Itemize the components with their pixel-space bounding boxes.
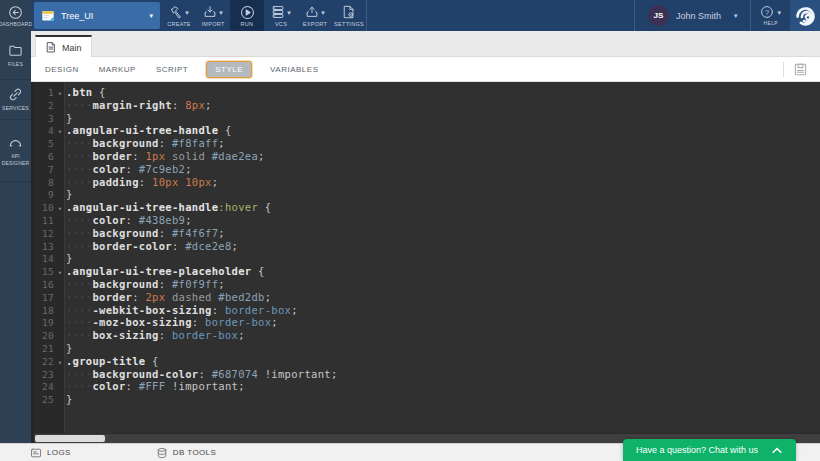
code-editor[interactable]: 1▾.btn {2····margin-right: 8px;3}4▾.angu…: [31, 82, 820, 443]
dashboard-label: DASHBOARD: [0, 21, 32, 27]
code-line[interactable]: 2····margin-right: 8px;: [34, 99, 820, 112]
code-text: ····-moz-box-sizing: border-box;: [66, 316, 278, 328]
code-text: ····color: #FFF !important;: [66, 380, 245, 392]
code-line[interactable]: 18····-webkit-box-sizing: border-box;: [34, 304, 820, 317]
code-line[interactable]: 17····border: 2px dashed #bed2db;: [34, 291, 820, 304]
subtab-variables[interactable]: VARIABLES: [268, 61, 320, 78]
run-icon: [240, 5, 255, 19]
chevron-down-icon: ▾: [219, 9, 223, 16]
menu-item-run[interactable]: RUN: [230, 0, 264, 31]
code-line[interactable]: 4▾.angular-ui-tree-handle {: [34, 124, 820, 137]
link-icon: [8, 87, 23, 102]
divider: [366, 0, 367, 31]
code-text: ····-webkit-box-sizing: border-box;: [66, 304, 298, 316]
chat-label: Have a question? Chat with us: [636, 445, 758, 455]
statusbar-item-db-tools[interactable]: DB TOOLS: [156, 447, 216, 459]
sidebar-item-label: FILES: [8, 61, 23, 68]
code-line[interactable]: 23····background-color: #687074 !importa…: [34, 368, 820, 381]
menu-item-export[interactable]: ▾EXPORT: [298, 0, 332, 31]
code-line[interactable]: 20····box-sizing: border-box;: [34, 329, 820, 342]
help-icon: ?: [760, 5, 774, 19]
subtab-script[interactable]: SCRIPT: [154, 61, 190, 78]
code-line[interactable]: 21}: [34, 342, 820, 355]
line-number: 11: [34, 215, 54, 228]
code-line[interactable]: 15▾.angular-ui-tree-placeholder {: [34, 265, 820, 278]
app-window-icon: [41, 9, 55, 23]
user-menu[interactable]: JS John Smith ▾: [635, 5, 751, 26]
export-icon: ▾: [305, 5, 325, 19]
code-line[interactable]: 9}: [34, 188, 820, 201]
chevron-down-icon: ▾: [777, 9, 781, 16]
code-line[interactable]: 16····background: #f0f9ff;: [34, 278, 820, 291]
navbar-right: JS John Smith ▾ ? ▾ HELP: [634, 0, 820, 31]
menu-item-label: CREATE: [167, 21, 191, 27]
top-navbar: DASHBOARD Tree_UI ▾ ▾CREATE▾IMPORTRUN▾VC…: [0, 0, 820, 31]
code-line[interactable]: 25}: [34, 393, 820, 406]
chat-button[interactable]: Have a question? Chat with us: [623, 439, 796, 461]
code-line[interactable]: 10▾.angular-ui-tree-handle:hover {: [34, 201, 820, 214]
tab-strip: Main: [31, 31, 820, 57]
code-line[interactable]: 3}: [34, 112, 820, 125]
brand-logo[interactable]: [790, 0, 820, 31]
menu-item-vcs[interactable]: ▾VCS: [264, 0, 298, 31]
code-line[interactable]: 5····background: #f8faff;: [34, 137, 820, 150]
code-line[interactable]: 8····padding: 10px 10px;: [34, 176, 820, 189]
user-name: John Smith: [676, 11, 721, 21]
save-icon[interactable]: [793, 62, 808, 77]
chevron-down-icon: ▾: [287, 9, 291, 16]
dashboard-button[interactable]: DASHBOARD: [0, 0, 31, 31]
scrollbar-thumb[interactable]: [35, 435, 105, 442]
help-menu[interactable]: ? ▾ HELP: [751, 5, 790, 26]
dashboard-icon: [8, 5, 23, 20]
database-icon: [156, 447, 168, 459]
line-number: 6: [34, 151, 54, 164]
line-number: 17: [34, 292, 54, 305]
menu-item-label: VCS: [275, 21, 287, 27]
code-text: ····background: #f8faff;: [66, 137, 225, 149]
editor-mode-tabs: DESIGNMARKUPSCRIPTSTYLEVARIABLES: [43, 61, 320, 78]
code-line[interactable]: 6····border: 1px solid #dae2ea;: [34, 150, 820, 163]
line-number: 1: [34, 87, 54, 100]
chevron-down-icon: ▾: [185, 9, 189, 16]
sidebar-item-files[interactable]: FILES: [0, 31, 31, 80]
code-text: ····background-color: #687074 !important…: [66, 368, 338, 380]
wave-logo-icon: [795, 5, 816, 26]
help-label: HELP: [764, 20, 778, 26]
code-text: ····box-sizing: border-box;: [66, 329, 245, 341]
folder-icon: [8, 43, 23, 58]
project-selector[interactable]: Tree_UI ▾: [34, 2, 160, 29]
page-icon: [45, 41, 57, 54]
menu-item-settings[interactable]: SETTINGS: [332, 0, 366, 31]
code-line[interactable]: 13····border-color: #dce2e8;: [34, 240, 820, 253]
vcs-icon: ▾: [271, 5, 291, 19]
line-number: 16: [34, 279, 54, 292]
code-text: ····border-color: #dce2e8;: [66, 240, 238, 252]
sidebar-item-services[interactable]: SERVICES: [0, 80, 31, 120]
code-lines: 1▾.btn {2····margin-right: 8px;3}4▾.angu…: [34, 82, 820, 433]
subtab-style[interactable]: STYLE: [206, 61, 252, 78]
logs-icon: [30, 447, 42, 459]
code-line[interactable]: 19····-moz-box-sizing: border-box;: [34, 316, 820, 329]
main-menu: ▾CREATE▾IMPORTRUN▾VCS▾EXPORTSETTINGS: [162, 0, 366, 31]
subtab-design[interactable]: DESIGN: [43, 61, 81, 78]
code-text: ····padding: 10px 10px;: [66, 176, 218, 188]
code-line[interactable]: 11····color: #438eb9;: [34, 214, 820, 227]
code-text: }: [66, 393, 73, 405]
code-text: ····color: #438eb9;: [66, 214, 192, 226]
tab-main[interactable]: Main: [35, 35, 92, 58]
code-line[interactable]: 22▾.group-title {: [34, 355, 820, 368]
code-line[interactable]: 1▾.btn {: [34, 86, 820, 99]
code-line[interactable]: 24····color: #FFF !important;: [34, 380, 820, 393]
import-icon: ▾: [203, 5, 223, 19]
code-text: ····color: #7c9eb2;: [66, 163, 192, 175]
code-line[interactable]: 14}: [34, 252, 820, 265]
menu-item-import[interactable]: ▾IMPORT: [196, 0, 230, 31]
chevron-down-icon: ▾: [149, 12, 153, 19]
subtab-markup[interactable]: MARKUP: [97, 61, 138, 78]
code-line[interactable]: 7····color: #7c9eb2;: [34, 163, 820, 176]
sidebar-item-api-designer[interactable]: API DESIGNER: [0, 120, 31, 182]
code-line[interactable]: 12····background: #f4f6f7;: [34, 227, 820, 240]
statusbar-item-logs[interactable]: LOGS: [30, 447, 71, 459]
code-text: ····background: #f4f6f7;: [66, 227, 225, 239]
menu-item-create[interactable]: ▾CREATE: [162, 0, 196, 31]
